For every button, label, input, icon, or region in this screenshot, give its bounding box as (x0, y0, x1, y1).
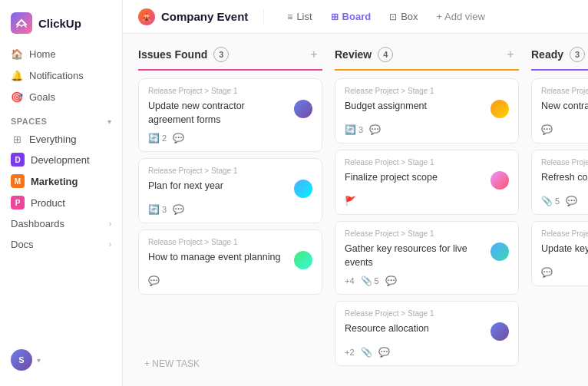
logo-icon (11, 12, 32, 34)
grid-icon: ⊞ (11, 133, 23, 145)
app-logo[interactable]: ClickUp (0, 9, 122, 43)
card-attachment-badge: 📎 (361, 347, 372, 358)
card-badge: 🔄2 (148, 133, 167, 144)
event-icon: 🎪 (138, 8, 155, 25)
card-review-3[interactable]: Release Project > Stage 1 Gather key res… (335, 221, 519, 295)
tab-board[interactable]: ⊞ Board (323, 8, 379, 25)
card-attachment-badge: 📎5 (541, 196, 560, 206)
card-comment-badge: 💬 (385, 275, 397, 286)
column-review-add-btn[interactable]: + (502, 46, 519, 63)
sidebar-item-product[interactable]: P Product (0, 192, 122, 213)
docs-label: Docs (11, 239, 34, 250)
card-breadcrumb: Release Project > Stage 1 (148, 87, 312, 95)
card-review-2[interactable]: Release Project > Stage 1 Finalize proje… (335, 150, 519, 215)
sidebar-item-dashboards[interactable]: Dashboards › (0, 213, 122, 234)
refresh-icon: 🔄 (148, 204, 160, 215)
card-review-1[interactable]: Release Project > Stage 1 Budget assignm… (335, 78, 519, 144)
tab-list[interactable]: ≡ List (279, 8, 319, 25)
everything-label: Everything (29, 134, 76, 145)
card-comment-badge: 💬 (173, 204, 184, 215)
add-view-button[interactable]: + Add view (429, 8, 493, 25)
tab-box[interactable]: ⊡ Box (382, 8, 425, 25)
home-icon: 🏠 (11, 48, 23, 60)
marketing-dot: M (11, 174, 25, 188)
card-badge: 🔄3 (345, 124, 363, 135)
column-review-cards: Release Project > Stage 1 Budget assignm… (335, 78, 519, 374)
sidebar-item-notifications[interactable]: 🔔 Notifications (0, 64, 122, 86)
card-avatar (491, 242, 509, 261)
card-title: How to manage event planning (148, 251, 289, 265)
card-comment-badge: 💬 (541, 124, 553, 135)
card-ready-1[interactable]: Release Project > Stage 1 New contractor… (531, 78, 588, 144)
column-ready-header: Ready 3 + (531, 46, 588, 71)
card-title: Plan for next year (148, 180, 289, 193)
card-issues-1[interactable]: Release Project > Stage 1 Update new con… (138, 78, 322, 152)
card-title: Finalize project scope (345, 171, 486, 185)
development-label: Development (31, 154, 90, 166)
column-issues: Issues Found 3 + Release Project > Stage… (138, 46, 322, 374)
refresh-icon: 🔄 (148, 133, 160, 144)
product-dot: P (11, 196, 25, 209)
card-extra-badge: +2 (345, 348, 355, 357)
card-footer: 🔄3 💬 (148, 204, 312, 215)
development-dot: D (11, 153, 25, 167)
card-title: Resource allocation (345, 322, 486, 336)
comment-icon: 💬 (173, 204, 184, 215)
comment-icon: 💬 (541, 124, 553, 135)
spaces-title: Spaces (11, 117, 47, 126)
card-ready-3[interactable]: Release Project > Stage 1 Update key obj… (531, 221, 588, 286)
card-title-row: Resource allocation (345, 322, 509, 341)
card-footer: 📎5 💬 (541, 196, 588, 206)
sidebar-item-everything[interactable]: ⊞ Everything (0, 129, 122, 149)
card-title: Update new contractor agreement forms (148, 100, 289, 127)
column-review: Review 4 + Release Project > Stage 1 Bud… (335, 46, 519, 374)
card-issues-2[interactable]: Release Project > Stage 1 Plan for next … (138, 158, 322, 223)
tab-box-label: Box (401, 11, 418, 22)
card-review-4[interactable]: Release Project > Stage 1 Resource alloc… (335, 301, 519, 366)
sidebar-item-goals-label: Goals (29, 91, 55, 103)
card-footer: +4 📎5 💬 (345, 275, 509, 286)
card-title-row: Refresh company website (541, 171, 588, 190)
column-ready-count: 3 (570, 47, 585, 62)
card-title-row: Update new contractor agreement forms (148, 100, 312, 127)
card-comment-badge: 💬 (566, 196, 577, 206)
sidebar-item-marketing[interactable]: M Marketing (0, 170, 122, 192)
column-issues-cards: Release Project > Stage 1 Update new con… (138, 78, 322, 354)
column-ready-cards: Release Project > Stage 1 New contractor… (531, 78, 588, 374)
sidebar-item-development[interactable]: D Development (0, 149, 122, 170)
page-title-area: 🎪 Company Event (138, 8, 248, 25)
sidebar-item-docs[interactable]: Docs › (0, 234, 122, 255)
card-flag-badge: 🚩 (345, 196, 356, 206)
card-ready-2[interactable]: Release Project > Stage 1 Refresh compan… (531, 150, 588, 215)
user-footer[interactable]: S ▾ (0, 343, 122, 377)
card-avatar (294, 100, 312, 118)
page-title: Company Event (161, 10, 248, 23)
card-issues-3[interactable]: Release Project > Stage 1 How to manage … (138, 229, 322, 295)
dashboards-chevron: › (109, 219, 111, 228)
tab-list-label: List (296, 11, 312, 22)
sidebar-item-goals[interactable]: 🎯 Goals (0, 86, 122, 107)
card-breadcrumb: Release Project > Stage 1 (345, 158, 509, 167)
bell-icon: 🔔 (11, 69, 23, 81)
card-title: Budget assignment (345, 100, 486, 114)
page-header: 🎪 Company Event ≡ List ⊞ Board ⊡ Box + A… (123, 0, 588, 34)
new-task-label: + NEW TASK (144, 358, 200, 369)
comment-icon: 💬 (378, 347, 390, 358)
comment-icon: 💬 (541, 267, 553, 278)
card-attachment-badge: 📎5 (361, 275, 379, 286)
board-area: Issues Found 3 + Release Project > Stage… (123, 34, 588, 386)
sidebar-item-home[interactable]: 🏠 Home (0, 43, 122, 64)
card-breadcrumb: Release Project > Stage 1 (345, 87, 509, 95)
card-title-row: Plan for next year (148, 180, 312, 198)
card-avatar (491, 171, 509, 190)
card-footer: 💬 (541, 267, 588, 278)
card-breadcrumb: Release Project > Stage 1 (541, 158, 588, 167)
card-comment-badge: 💬 (148, 275, 160, 286)
box-tab-icon: ⊡ (389, 12, 397, 22)
column-issues-title-group: Issues Found 3 (138, 47, 229, 62)
new-task-button[interactable]: + NEW TASK (138, 354, 322, 374)
board-tab-icon: ⊞ (331, 12, 339, 22)
column-issues-add-btn[interactable]: + (306, 46, 322, 63)
clip-icon: 📎 (361, 275, 372, 286)
card-title: Gather key resources for live events (345, 242, 486, 269)
